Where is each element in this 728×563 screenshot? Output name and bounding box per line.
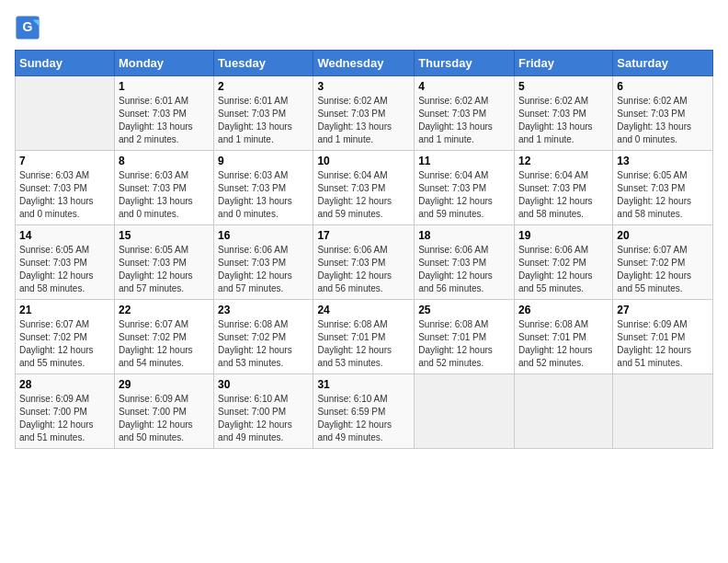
header-cell-monday: Monday	[114, 51, 213, 76]
day-cell: 25Sunrise: 6:08 AM Sunset: 7:01 PM Dayli…	[415, 300, 515, 374]
day-number: 5	[518, 80, 609, 93]
day-info: Sunrise: 6:06 AM Sunset: 7:03 PM Dayligh…	[218, 244, 309, 295]
day-info: Sunrise: 6:04 AM Sunset: 7:03 PM Dayligh…	[518, 169, 609, 221]
day-info: Sunrise: 6:09 AM Sunset: 7:00 PM Dayligh…	[119, 393, 210, 444]
svg-text:G: G	[23, 19, 33, 34]
logo: G	[15, 15, 44, 40]
day-number: 20	[617, 229, 709, 242]
day-number: 3	[317, 80, 410, 93]
day-info: Sunrise: 6:01 AM Sunset: 7:03 PM Dayligh…	[218, 95, 309, 146]
week-row-1: 1Sunrise: 6:01 AM Sunset: 7:03 PM Daylig…	[16, 76, 713, 151]
day-info: Sunrise: 6:08 AM Sunset: 7:01 PM Dayligh…	[317, 318, 410, 370]
day-cell	[613, 374, 713, 449]
header-cell-saturday: Saturday	[613, 51, 713, 76]
day-number: 27	[617, 304, 709, 316]
day-info: Sunrise: 6:06 AM Sunset: 7:02 PM Dayligh…	[518, 244, 609, 295]
week-row-3: 14Sunrise: 6:05 AM Sunset: 7:03 PM Dayli…	[16, 225, 713, 300]
day-info: Sunrise: 6:03 AM Sunset: 7:03 PM Dayligh…	[218, 169, 309, 221]
week-row-5: 28Sunrise: 6:09 AM Sunset: 7:00 PM Dayli…	[16, 374, 713, 449]
header-cell-wednesday: Wednesday	[313, 51, 415, 76]
day-number: 23	[218, 304, 309, 316]
day-cell: 21Sunrise: 6:07 AM Sunset: 7:02 PM Dayli…	[16, 300, 115, 374]
day-info: Sunrise: 6:08 AM Sunset: 7:02 PM Dayligh…	[218, 318, 309, 370]
day-cell: 19Sunrise: 6:06 AM Sunset: 7:02 PM Dayli…	[514, 225, 612, 300]
day-cell: 15Sunrise: 6:05 AM Sunset: 7:03 PM Dayli…	[114, 225, 213, 300]
day-number: 7	[19, 155, 110, 167]
day-info: Sunrise: 6:07 AM Sunset: 7:02 PM Dayligh…	[19, 318, 110, 370]
day-cell: 14Sunrise: 6:05 AM Sunset: 7:03 PM Dayli…	[16, 225, 115, 300]
week-row-2: 7Sunrise: 6:03 AM Sunset: 7:03 PM Daylig…	[16, 151, 713, 225]
day-cell: 30Sunrise: 6:10 AM Sunset: 7:00 PM Dayli…	[214, 374, 313, 449]
calendar-header: SundayMondayTuesdayWednesdayThursdayFrid…	[16, 51, 713, 76]
day-cell: 10Sunrise: 6:04 AM Sunset: 7:03 PM Dayli…	[313, 151, 415, 225]
day-info: Sunrise: 6:05 AM Sunset: 7:03 PM Dayligh…	[19, 244, 110, 295]
day-info: Sunrise: 6:02 AM Sunset: 7:03 PM Dayligh…	[617, 95, 709, 146]
day-number: 2	[218, 80, 309, 93]
day-cell	[514, 374, 612, 449]
day-cell	[415, 374, 515, 449]
day-cell: 20Sunrise: 6:07 AM Sunset: 7:02 PM Dayli…	[613, 225, 713, 300]
day-number: 11	[418, 155, 510, 167]
day-info: Sunrise: 6:10 AM Sunset: 6:59 PM Dayligh…	[317, 393, 410, 444]
day-number: 8	[119, 155, 210, 167]
day-number: 28	[19, 378, 110, 391]
day-cell: 17Sunrise: 6:06 AM Sunset: 7:03 PM Dayli…	[313, 225, 415, 300]
day-number: 10	[317, 155, 410, 167]
day-cell: 4Sunrise: 6:02 AM Sunset: 7:03 PM Daylig…	[415, 76, 515, 151]
day-cell: 18Sunrise: 6:06 AM Sunset: 7:03 PM Dayli…	[415, 225, 515, 300]
day-info: Sunrise: 6:10 AM Sunset: 7:00 PM Dayligh…	[218, 393, 309, 444]
day-cell: 16Sunrise: 6:06 AM Sunset: 7:03 PM Dayli…	[214, 225, 313, 300]
day-cell: 5Sunrise: 6:02 AM Sunset: 7:03 PM Daylig…	[514, 76, 612, 151]
header-cell-thursday: Thursday	[415, 51, 515, 76]
day-cell: 12Sunrise: 6:04 AM Sunset: 7:03 PM Dayli…	[514, 151, 612, 225]
day-cell: 13Sunrise: 6:05 AM Sunset: 7:03 PM Dayli…	[613, 151, 713, 225]
day-number: 6	[617, 80, 709, 93]
day-info: Sunrise: 6:05 AM Sunset: 7:03 PM Dayligh…	[119, 244, 210, 295]
day-cell: 9Sunrise: 6:03 AM Sunset: 7:03 PM Daylig…	[214, 151, 313, 225]
calendar-table: SundayMondayTuesdayWednesdayThursdayFrid…	[15, 50, 713, 449]
day-number: 26	[518, 304, 609, 316]
day-cell: 8Sunrise: 6:03 AM Sunset: 7:03 PM Daylig…	[114, 151, 213, 225]
day-cell: 23Sunrise: 6:08 AM Sunset: 7:02 PM Dayli…	[214, 300, 313, 374]
day-info: Sunrise: 6:06 AM Sunset: 7:03 PM Dayligh…	[317, 244, 410, 295]
day-info: Sunrise: 6:03 AM Sunset: 7:03 PM Dayligh…	[19, 169, 110, 221]
day-number: 29	[119, 378, 210, 391]
day-info: Sunrise: 6:08 AM Sunset: 7:01 PM Dayligh…	[418, 318, 510, 370]
day-cell: 28Sunrise: 6:09 AM Sunset: 7:00 PM Dayli…	[16, 374, 115, 449]
week-row-4: 21Sunrise: 6:07 AM Sunset: 7:02 PM Dayli…	[16, 300, 713, 374]
day-cell: 6Sunrise: 6:02 AM Sunset: 7:03 PM Daylig…	[613, 76, 713, 151]
day-cell: 27Sunrise: 6:09 AM Sunset: 7:01 PM Dayli…	[613, 300, 713, 374]
header-cell-tuesday: Tuesday	[214, 51, 313, 76]
day-number: 17	[317, 229, 410, 242]
day-number: 31	[317, 378, 410, 391]
day-info: Sunrise: 6:02 AM Sunset: 7:03 PM Dayligh…	[317, 95, 410, 146]
day-number: 12	[518, 155, 609, 167]
day-number: 18	[418, 229, 510, 242]
day-number: 25	[418, 304, 510, 316]
day-cell: 7Sunrise: 6:03 AM Sunset: 7:03 PM Daylig…	[16, 151, 115, 225]
day-cell: 22Sunrise: 6:07 AM Sunset: 7:02 PM Dayli…	[114, 300, 213, 374]
day-cell	[16, 76, 115, 151]
day-info: Sunrise: 6:02 AM Sunset: 7:03 PM Dayligh…	[518, 95, 609, 146]
header-row: SundayMondayTuesdayWednesdayThursdayFrid…	[16, 51, 713, 76]
day-number: 4	[418, 80, 510, 93]
day-cell: 2Sunrise: 6:01 AM Sunset: 7:03 PM Daylig…	[214, 76, 313, 151]
day-number: 14	[19, 229, 110, 242]
day-cell: 29Sunrise: 6:09 AM Sunset: 7:00 PM Dayli…	[114, 374, 213, 449]
day-cell: 26Sunrise: 6:08 AM Sunset: 7:01 PM Dayli…	[514, 300, 612, 374]
day-info: Sunrise: 6:01 AM Sunset: 7:03 PM Dayligh…	[119, 95, 210, 146]
day-cell: 24Sunrise: 6:08 AM Sunset: 7:01 PM Dayli…	[313, 300, 415, 374]
day-cell: 1Sunrise: 6:01 AM Sunset: 7:03 PM Daylig…	[114, 76, 213, 151]
day-number: 21	[19, 304, 110, 316]
day-info: Sunrise: 6:07 AM Sunset: 7:02 PM Dayligh…	[119, 318, 210, 370]
header-cell-sunday: Sunday	[16, 51, 115, 76]
day-info: Sunrise: 6:09 AM Sunset: 7:01 PM Dayligh…	[617, 318, 709, 370]
day-number: 1	[119, 80, 210, 93]
day-number: 19	[518, 229, 609, 242]
day-cell: 31Sunrise: 6:10 AM Sunset: 6:59 PM Dayli…	[313, 374, 415, 449]
day-number: 24	[317, 304, 410, 316]
day-info: Sunrise: 6:02 AM Sunset: 7:03 PM Dayligh…	[418, 95, 510, 146]
day-number: 13	[617, 155, 709, 167]
day-info: Sunrise: 6:09 AM Sunset: 7:00 PM Dayligh…	[19, 393, 110, 444]
day-cell: 3Sunrise: 6:02 AM Sunset: 7:03 PM Daylig…	[313, 76, 415, 151]
